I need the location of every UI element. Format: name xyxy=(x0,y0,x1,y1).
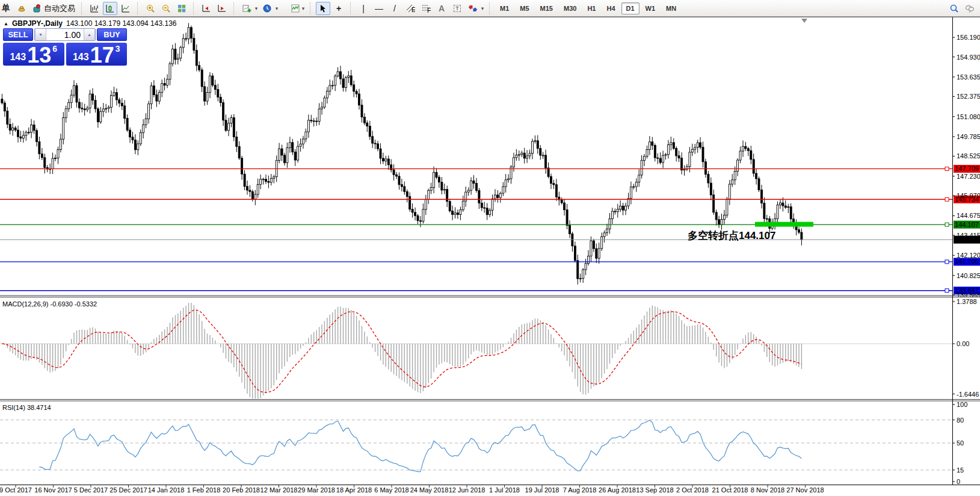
dropdown-caret-icon[interactable]: ▾ xyxy=(274,5,279,11)
timeframe-d1-button[interactable]: D1 xyxy=(621,2,639,14)
toolbar-separator xyxy=(193,2,196,14)
crosshair-button[interactable]: + xyxy=(331,2,346,15)
equidistant-channel-icon: E xyxy=(405,4,415,13)
svg-text:F: F xyxy=(427,7,431,13)
arrows-button[interactable] xyxy=(466,2,480,15)
svg-text:144.675: 144.675 xyxy=(957,212,980,219)
zoom-in-button[interactable] xyxy=(143,2,158,15)
volume-down-button[interactable]: ▼ xyxy=(35,29,46,40)
mt4-window: 单 自动交易 xyxy=(0,0,980,496)
timeframe-m30-button[interactable]: M30 xyxy=(559,2,581,14)
horizontal-line-icon: — xyxy=(375,4,383,13)
svg-text:19 Jul 2018: 19 Jul 2018 xyxy=(525,486,559,494)
svg-text:149.785: 149.785 xyxy=(957,133,980,140)
macd-panel[interactable] xyxy=(0,303,952,402)
symbol-period-label: GBPJPY-,Daily xyxy=(12,19,63,28)
time-axis[interactable]: 9 Oct 201716 Nov 20175 Dec 201725 Dec 20… xyxy=(0,485,824,494)
chat-button[interactable] xyxy=(963,2,977,15)
order-label: 单 xyxy=(2,3,10,14)
bar-chart-button[interactable] xyxy=(87,2,102,15)
autotrade-button[interactable]: 自动交易 xyxy=(30,2,77,15)
svg-text:7 Aug 2018: 7 Aug 2018 xyxy=(563,486,597,494)
trendline-icon: / xyxy=(393,4,396,13)
timeframe-m15-button[interactable]: M15 xyxy=(535,2,558,14)
price-axis[interactable]: 147.709145.734144.107143.136141.706139.8… xyxy=(952,34,980,485)
cursor-button[interactable] xyxy=(316,2,330,15)
svg-text:9 Oct 2017: 9 Oct 2017 xyxy=(0,486,32,494)
svg-text:2 Oct 2018: 2 Oct 2018 xyxy=(676,486,709,494)
sell-price-box[interactable]: 143 13 6 xyxy=(3,43,64,66)
autoscroll-button[interactable] xyxy=(199,2,214,15)
chart-canvas[interactable]: 147.709145.734144.107143.136141.706139.8… xyxy=(0,17,980,496)
svg-text:1.3788: 1.3788 xyxy=(957,298,977,305)
period-menu-button[interactable] xyxy=(260,2,274,15)
dropdown-caret-icon[interactable]: ▾ xyxy=(254,5,259,11)
vertical-line-button[interactable]: | xyxy=(356,2,371,15)
svg-text:25 Dec 2017: 25 Dec 2017 xyxy=(109,486,147,494)
svg-text:80: 80 xyxy=(957,417,964,424)
sell-price-big: 13 xyxy=(27,46,51,64)
svg-text:143.415: 143.415 xyxy=(957,232,980,239)
toolbar: 单 自动交易 xyxy=(0,0,980,17)
search-button[interactable] xyxy=(947,2,961,15)
timeframe-h4-button[interactable]: H4 xyxy=(602,2,620,14)
timeframe-mn-button[interactable]: MN xyxy=(661,2,681,14)
volume-up-button[interactable]: ▲ xyxy=(84,29,95,40)
chart-shift-marker[interactable] xyxy=(801,19,807,23)
annotation-text[interactable]: 多空转折点144.107 xyxy=(688,229,775,241)
svg-text:1 Feb 2018: 1 Feb 2018 xyxy=(187,486,221,494)
timeframe-w1-button[interactable]: W1 xyxy=(641,2,661,14)
new-order-button[interactable]: 单 xyxy=(0,2,13,15)
zoom-out-button[interactable] xyxy=(159,2,173,15)
channel-button[interactable]: E xyxy=(403,2,418,15)
chart-window[interactable]: 147.709145.734144.107143.136141.706139.8… xyxy=(0,17,980,496)
trendline-button[interactable]: / xyxy=(387,2,402,15)
timeframe-m5-button[interactable]: M5 xyxy=(515,2,534,14)
macd-label: MACD(12,26,9) -0.6930 -0.5332 xyxy=(2,300,97,308)
fibonacci-button[interactable]: F xyxy=(419,2,433,15)
toolbar-separator xyxy=(233,2,236,14)
svg-text:154.930: 154.930 xyxy=(957,54,980,61)
chart-shift-button[interactable] xyxy=(215,2,229,15)
svg-text:13 Sep 2018: 13 Sep 2018 xyxy=(636,486,673,494)
panel-separators xyxy=(0,17,980,485)
text-button[interactable]: A xyxy=(434,2,449,15)
svg-text:20 Feb 2018: 20 Feb 2018 xyxy=(223,486,260,494)
svg-text:6 May 2018: 6 May 2018 xyxy=(374,486,408,494)
line-chart-button[interactable] xyxy=(119,2,133,15)
buy-price-box[interactable]: 143 17 3 xyxy=(66,43,128,66)
dropdown-caret-icon[interactable]: ▾ xyxy=(480,5,485,11)
svg-text:100: 100 xyxy=(957,401,967,408)
svg-text:27 Nov 2018: 27 Nov 2018 xyxy=(786,486,824,494)
sell-button[interactable]: SELL xyxy=(3,28,33,41)
indicators-button[interactable] xyxy=(280,2,301,15)
svg-text:147.709: 147.709 xyxy=(955,165,979,172)
candlestick-chart-button[interactable] xyxy=(103,2,117,15)
svg-text:1 Jul 2018: 1 Jul 2018 xyxy=(489,486,520,494)
deposit-button[interactable] xyxy=(14,2,29,15)
volume-input[interactable] xyxy=(46,29,84,40)
new-chart-button[interactable] xyxy=(239,2,254,15)
svg-text:16 Nov 2017: 16 Nov 2017 xyxy=(34,486,72,494)
new-chart-icon xyxy=(242,4,251,13)
svg-text:0: 0 xyxy=(957,478,960,485)
tile-windows-button[interactable] xyxy=(174,2,189,15)
rsi-panel[interactable] xyxy=(0,420,952,472)
text-label-button[interactable]: T xyxy=(450,2,464,15)
svg-text:0.00: 0.00 xyxy=(957,340,969,347)
autoscroll-icon xyxy=(202,4,211,13)
cursor-icon xyxy=(318,4,328,13)
timeframe-m1-button[interactable]: M1 xyxy=(495,2,514,14)
collapse-trade-panel-icon[interactable]: ▲ xyxy=(4,21,8,26)
svg-text:156.190: 156.190 xyxy=(957,34,980,41)
svg-text:15: 15 xyxy=(957,467,964,474)
svg-text:12 Mar 2018: 12 Mar 2018 xyxy=(260,486,298,494)
volume-stepper: ▼ ▲ xyxy=(34,28,96,41)
buy-button[interactable]: BUY xyxy=(97,28,127,41)
timeframe-h1-button[interactable]: H1 xyxy=(582,2,600,14)
timeframe-bar: M1M5M15M30H1H4D1W1MN xyxy=(495,2,682,14)
horizontal-line-button[interactable]: — xyxy=(372,2,386,15)
chart-shift-icon xyxy=(217,4,227,13)
svg-text:12 Jun 2018: 12 Jun 2018 xyxy=(449,486,485,494)
dropdown-caret-icon[interactable]: ▾ xyxy=(301,5,306,11)
